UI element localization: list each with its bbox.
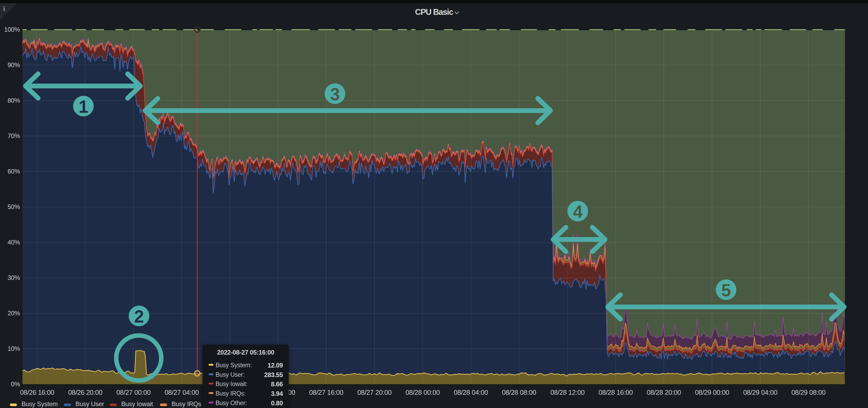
svg-text:2: 2: [134, 307, 144, 326]
svg-text:5: 5: [721, 280, 731, 300]
svg-text:3: 3: [330, 84, 340, 104]
svg-text:1: 1: [79, 97, 88, 116]
svg-text:4: 4: [573, 202, 583, 222]
